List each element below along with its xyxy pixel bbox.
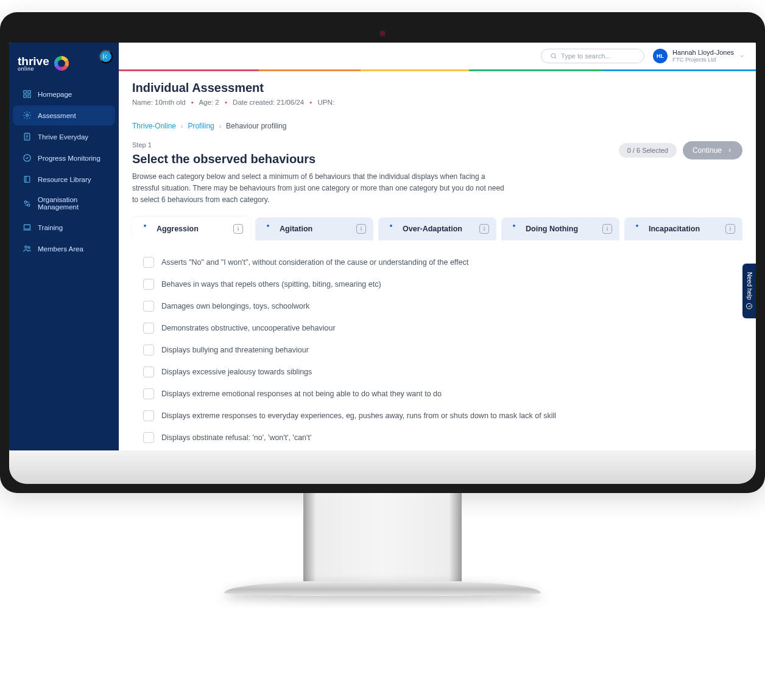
book-icon	[23, 175, 32, 184]
crumb-link[interactable]: Thrive-Online	[132, 122, 176, 130]
checkbox[interactable]	[143, 432, 154, 443]
sidebar-item-progress-monitoring[interactable]: Progress Monitoring	[13, 148, 115, 168]
sidebar-item-label: Training	[38, 224, 63, 231]
behaviour-label: Damages own belongings, toys, schoolwork	[161, 302, 309, 310]
info-icon[interactable]: i	[602, 224, 612, 234]
svg-rect-0	[24, 91, 26, 93]
behaviour-row: Demonstrates obstructive, uncooperative …	[143, 317, 732, 339]
sidebar-item-label: Assessment	[38, 112, 76, 119]
category-tabs: AggressioniAgitationiOver-AdaptationiDoi…	[132, 217, 742, 240]
tab-over-adaptation[interactable]: Over-Adaptationi	[378, 217, 496, 240]
behaviour-row: Demonstrates obstructive, uncooperative …	[143, 449, 732, 450]
monitor-stand-base	[224, 581, 541, 596]
info-icon[interactable]: i	[479, 224, 489, 234]
svg-point-11	[25, 246, 27, 248]
selected-count-pill: 0 / 6 Selected	[619, 143, 677, 158]
user-menu[interactable]: HL Hannah Lloyd-Jones FTC Projects Ltd	[653, 49, 745, 63]
search-placeholder: Type to search...	[561, 52, 610, 60]
svg-rect-2	[24, 95, 26, 97]
svg-point-12	[28, 247, 30, 248]
svg-rect-7	[24, 177, 30, 183]
breadcrumb: Thrive-Online › Profiling › Behaviour pr…	[132, 122, 742, 130]
section-description: Browse each category below and select a …	[132, 171, 510, 206]
sidebar-item-label: Organisation Management	[38, 196, 105, 211]
laptop-icon	[23, 223, 32, 232]
monitor-chin	[9, 450, 756, 484]
sidebar-nav: HomepageAssessmentThrive EverydayProgres…	[9, 84, 119, 259]
step-label: Step 1	[132, 141, 607, 149]
behaviour-row: Displays bullying and threatening behavi…	[143, 339, 732, 361]
tab-doing-nothing[interactable]: Doing Nothingi	[501, 217, 619, 240]
main-content: Type to search... HL Hannah Lloyd-Jones …	[119, 43, 756, 450]
topbar: Type to search... HL Hannah Lloyd-Jones …	[119, 43, 756, 69]
sidebar-item-assessment[interactable]: Assessment	[13, 105, 115, 125]
checkbox[interactable]	[143, 388, 154, 399]
sidebar-item-resource-library[interactable]: Resource Library	[13, 169, 115, 189]
checkbox[interactable]	[143, 345, 154, 355]
search-input[interactable]: Type to search...	[541, 49, 644, 63]
sidebar-collapse-button[interactable]	[99, 50, 113, 63]
need-help-tab[interactable]: Need help	[742, 264, 756, 318]
behaviour-label: Demonstrates obstructive, uncooperative …	[161, 324, 336, 332]
sidebar-item-label: Members Area	[38, 245, 83, 253]
doc-icon	[23, 132, 32, 141]
tab-label: Aggression	[157, 225, 199, 233]
sidebar: thrive online HomepageAssessmentThrive E…	[9, 43, 119, 450]
behaviour-row: Displays extreme responses to everyday e…	[143, 405, 732, 427]
page-meta: Name: 10mth old • Age: 2 • Date created:…	[132, 99, 742, 106]
svg-point-4	[26, 114, 29, 117]
page-body: Individual Assessment Name: 10mth old • …	[119, 71, 756, 450]
logo-ring-icon	[54, 56, 69, 71]
person-icon	[263, 223, 273, 234]
tab-agitation[interactable]: Agitationi	[255, 217, 373, 240]
svg-point-15	[267, 224, 269, 226]
checkbox[interactable]	[143, 323, 154, 334]
svg-rect-1	[28, 91, 30, 93]
checkbox[interactable]	[143, 257, 154, 268]
users-icon	[23, 244, 32, 253]
sidebar-item-homepage[interactable]: Homepage	[13, 84, 115, 104]
sidebar-item-training[interactable]: Training	[13, 217, 115, 237]
sidebar-item-label: Homepage	[38, 91, 72, 98]
person-icon	[386, 223, 397, 234]
crumb-current: Behaviour profiling	[226, 122, 286, 130]
grid-icon	[23, 89, 32, 99]
checkbox[interactable]	[143, 301, 154, 312]
tab-label: Doing Nothing	[526, 225, 578, 233]
avatar: HL	[653, 49, 668, 63]
sidebar-item-organisation-management[interactable]: Organisation Management	[13, 191, 115, 216]
person-icon	[509, 223, 520, 234]
user-org: FTC Projects Ltd	[672, 56, 734, 63]
sidebar-item-members-area[interactable]: Members Area	[13, 239, 115, 259]
behaviour-row: Behaves in ways that repels others (spit…	[143, 273, 732, 295]
checkbox[interactable]	[143, 279, 154, 290]
behaviour-label: Displays obstinate refusal: 'no', 'won't…	[161, 433, 311, 442]
target-icon	[23, 153, 32, 163]
tab-label: Over-Adaptation	[403, 225, 462, 233]
page-title: Individual Assessment	[132, 81, 742, 95]
sidebar-item-label: Resource Library	[38, 176, 91, 183]
person-icon	[632, 223, 643, 234]
behaviour-row: Damages own belongings, toys, schoolwork	[143, 295, 732, 317]
svg-rect-10	[24, 225, 30, 229]
tab-aggression[interactable]: Aggressioni	[132, 217, 250, 240]
info-icon[interactable]: i	[725, 224, 735, 234]
gear-icon	[23, 111, 32, 120]
info-icon[interactable]: i	[233, 224, 243, 234]
behaviour-row: Displays obstinate refusal: 'no', 'won't…	[143, 427, 732, 449]
svg-point-13	[551, 54, 555, 58]
chevron-right-icon: ›	[219, 123, 221, 130]
tab-label: Incapacitation	[649, 225, 700, 233]
checkbox[interactable]	[143, 410, 154, 421]
info-icon[interactable]: i	[356, 224, 366, 234]
svg-point-16	[390, 224, 392, 226]
tab-incapacitation[interactable]: Incapacitationi	[624, 217, 742, 240]
continue-button[interactable]: Continue	[683, 141, 742, 159]
checkbox[interactable]	[143, 366, 154, 377]
svg-rect-3	[28, 95, 30, 97]
svg-point-14	[144, 224, 146, 226]
sidebar-item-thrive-everyday[interactable]: Thrive Everyday	[13, 127, 115, 147]
crumb-link[interactable]: Profiling	[188, 122, 214, 130]
svg-point-8	[24, 201, 27, 203]
camera-icon	[379, 30, 386, 37]
